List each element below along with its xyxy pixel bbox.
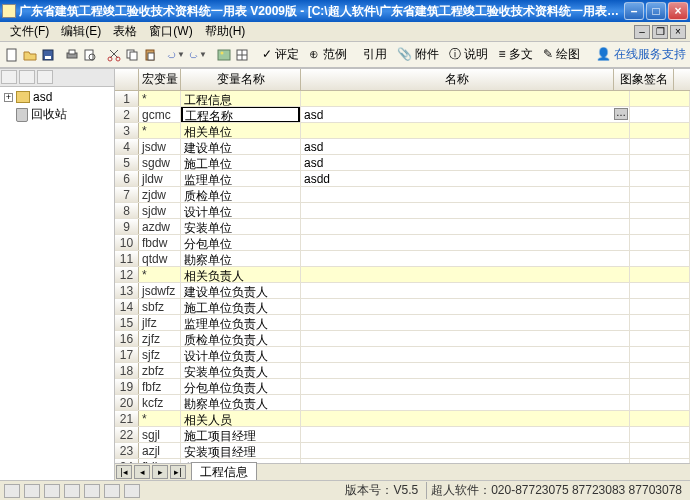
next-sheet-button[interactable]: ▸	[152, 465, 168, 479]
doc-close-button[interactable]: ×	[670, 25, 686, 39]
row-number[interactable]: 4	[115, 139, 139, 154]
cell-name[interactable]	[301, 267, 630, 282]
menu-table[interactable]: 表格	[107, 21, 143, 42]
status-icon-3[interactable]	[44, 484, 60, 498]
cell-macro[interactable]: gcmc	[139, 107, 181, 122]
cell-imgsign[interactable]	[630, 155, 690, 170]
table-row[interactable]: 13jsdwfz建设单位负责人	[115, 283, 690, 299]
row-number[interactable]: 21	[115, 411, 139, 426]
cell-varname[interactable]: 相关单位	[181, 123, 301, 138]
cell-macro[interactable]: zjdw	[139, 187, 181, 202]
save-button[interactable]	[40, 45, 56, 65]
row-number[interactable]: 11	[115, 251, 139, 266]
cell-varname[interactable]: 勘察单位	[181, 251, 301, 266]
row-number[interactable]: 18	[115, 363, 139, 378]
table-row[interactable]: 7zjdw质检单位	[115, 187, 690, 203]
cell-imgsign[interactable]	[630, 395, 690, 410]
cell-name[interactable]	[301, 363, 630, 378]
cell-macro[interactable]: fbfz	[139, 379, 181, 394]
cell-varname[interactable]: 安装单位负责人	[181, 363, 301, 378]
cell-varname[interactable]: 监理单位负责人	[181, 315, 301, 330]
cell-imgsign[interactable]	[630, 251, 690, 266]
row-number[interactable]: 17	[115, 347, 139, 362]
cell-imgsign[interactable]	[630, 123, 690, 138]
cell-name[interactable]	[301, 459, 630, 463]
cell-macro[interactable]: jldw	[139, 171, 181, 186]
cell-macro[interactable]: sgjl	[139, 427, 181, 442]
row-number[interactable]: 6	[115, 171, 139, 186]
cell-imgsign[interactable]	[630, 203, 690, 218]
cell-varname[interactable]: 质检单位负责人	[181, 331, 301, 346]
cell-varname[interactable]: 质检单位	[181, 187, 301, 202]
cell-imgsign[interactable]	[630, 347, 690, 362]
cell-macro[interactable]: jlfz	[139, 315, 181, 330]
status-icon-5[interactable]	[84, 484, 100, 498]
close-button[interactable]: ×	[668, 2, 688, 20]
status-icon-6[interactable]	[104, 484, 120, 498]
minimize-button[interactable]: –	[624, 2, 644, 20]
cell-name[interactable]: asd	[301, 155, 630, 170]
fanli-button[interactable]: ⊕ 范例	[305, 46, 350, 63]
menu-window[interactable]: 窗口(W)	[143, 21, 198, 42]
sheet-tab[interactable]: 工程信息	[191, 462, 257, 480]
expand-icon[interactable]: +	[4, 93, 13, 102]
status-icon-7[interactable]	[124, 484, 140, 498]
doc-minimize-button[interactable]: –	[634, 25, 650, 39]
row-number[interactable]: 16	[115, 331, 139, 346]
cell-macro[interactable]: sjdw	[139, 203, 181, 218]
cell-imgsign[interactable]	[630, 171, 690, 186]
cell-macro[interactable]: azdw	[139, 219, 181, 234]
row-number[interactable]: 20	[115, 395, 139, 410]
cell-macro[interactable]: zbfz	[139, 363, 181, 378]
cell-varname[interactable]: 分包单位	[181, 235, 301, 250]
cell-varname[interactable]: 安装项目经理	[181, 443, 301, 458]
cell-macro[interactable]: qtdw	[139, 251, 181, 266]
cell-varname[interactable]: 监理单位	[181, 171, 301, 186]
tree-btn-3[interactable]	[37, 70, 53, 84]
cell-name[interactable]	[301, 443, 630, 458]
status-icon-4[interactable]	[64, 484, 80, 498]
table-row[interactable]: 12*相关负责人	[115, 267, 690, 283]
cell-name[interactable]	[301, 315, 630, 330]
table-row[interactable]: 18zbfz安装单位负责人	[115, 363, 690, 379]
cell-varname[interactable]: 相关人员	[181, 411, 301, 426]
preview-button[interactable]	[82, 45, 98, 65]
table-row[interactable]: 21*相关人员	[115, 411, 690, 427]
cell-imgsign[interactable]	[630, 299, 690, 314]
cell-varname[interactable]: 设计单位	[181, 203, 301, 218]
table-row[interactable]: 9azdw安装单位	[115, 219, 690, 235]
cell-macro[interactable]: sjfz	[139, 347, 181, 362]
cell-varname[interactable]: 工程名称	[181, 107, 301, 122]
cell-name[interactable]: asd	[301, 139, 630, 154]
row-number[interactable]: 19	[115, 379, 139, 394]
paste-button[interactable]	[142, 45, 158, 65]
table-row[interactable]: 10fbdw分包单位	[115, 235, 690, 251]
cell-name[interactable]	[301, 123, 630, 138]
cell-name[interactable]	[301, 299, 630, 314]
cell-macro[interactable]: jsdw	[139, 139, 181, 154]
yinyong-button[interactable]: 引用	[359, 46, 391, 63]
menu-help[interactable]: 帮助(H)	[199, 21, 252, 42]
cell-name[interactable]	[301, 331, 630, 346]
tree-recycle-node[interactable]: 回收站	[16, 105, 110, 124]
table-row[interactable]: 5sgdw施工单位asd	[115, 155, 690, 171]
col-rownum[interactable]	[115, 69, 139, 90]
row-number[interactable]: 23	[115, 443, 139, 458]
table-row[interactable]: 11qtdw勘察单位	[115, 251, 690, 267]
first-sheet-button[interactable]: |◂	[116, 465, 132, 479]
table-row[interactable]: 22sgjl施工项目经理	[115, 427, 690, 443]
row-number[interactable]: 1	[115, 91, 139, 106]
zaixian-button[interactable]: 👤 在线服务支持	[592, 46, 690, 63]
cell-varname[interactable]: 设计单位负责人	[181, 347, 301, 362]
cell-macro[interactable]: sbfz	[139, 299, 181, 314]
cell-name[interactable]	[301, 283, 630, 298]
cell-varname[interactable]: 勘察单位负责人	[181, 395, 301, 410]
cell-macro[interactable]: *	[139, 411, 181, 426]
cell-name[interactable]	[301, 219, 630, 234]
cell-varname[interactable]: 施工单位负责人	[181, 299, 301, 314]
cell-macro[interactable]: *	[139, 123, 181, 138]
row-number[interactable]: 3	[115, 123, 139, 138]
cell-varname[interactable]: 建设单位	[181, 139, 301, 154]
cell-varname[interactable]: 分包单位负责人	[181, 379, 301, 394]
cell-imgsign[interactable]	[630, 443, 690, 458]
